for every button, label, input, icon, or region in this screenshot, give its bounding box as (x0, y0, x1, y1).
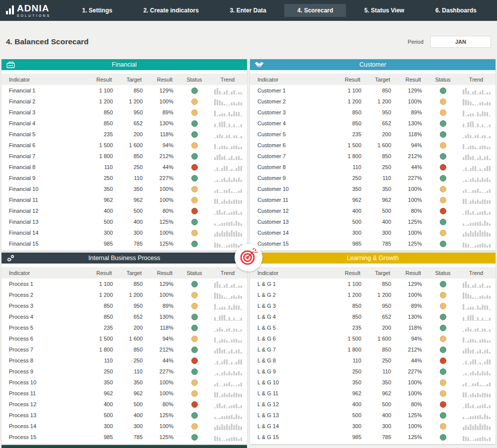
trend-sparkline (457, 357, 496, 364)
trend-sparkline (208, 164, 247, 171)
status-dot-green (440, 281, 446, 287)
result-value: 1 200 (89, 292, 120, 298)
result-percent: 89% (398, 303, 429, 309)
table-row: Process 1240050080% (1, 399, 247, 410)
trend-sparkline (208, 280, 247, 288)
status-cell (180, 434, 208, 441)
period-value-box[interactable]: JAN (430, 36, 491, 48)
result-percent: 100% (150, 186, 180, 192)
indicator-name: Financial 13 (1, 219, 89, 225)
status-cell (429, 325, 457, 331)
trend-sparkline (457, 207, 496, 215)
trend-sparkline (457, 302, 496, 310)
target-value: 950 (368, 303, 398, 309)
nav-tab-2[interactable]: 2. Create indicators (131, 4, 212, 17)
trend-sparkline (457, 324, 496, 332)
status-cell (180, 175, 208, 181)
status-cell (429, 98, 457, 105)
target-value: 962 (120, 390, 150, 396)
table-row: L & G 385095089% (250, 300, 496, 311)
table-row: Customer 9250110227% (250, 173, 496, 183)
status-cell (429, 120, 457, 127)
result-percent: 100% (398, 423, 429, 429)
indicator-name: L & G 4 (250, 314, 337, 320)
status-dot-yellow (440, 336, 446, 342)
table-row: Financial 1240050080% (1, 205, 247, 216)
table-row: Customer 4850652130% (250, 118, 496, 129)
status-cell (180, 120, 208, 127)
table-row: Customer 10350350100% (250, 183, 496, 194)
indicator-name: Process 9 (1, 368, 89, 374)
column-header: Status (180, 270, 208, 276)
nav-tab-1[interactable]: 1. Settings (69, 4, 125, 17)
target-value: 200 (368, 325, 398, 331)
target-value: 850 (120, 88, 150, 93)
result-value: 235 (89, 325, 120, 331)
table-row: Customer 13500400125% (250, 216, 496, 227)
logo-title: ADNIA (17, 3, 51, 13)
table-row: Process 13500400125% (1, 410, 247, 421)
column-header: Result (398, 270, 429, 276)
result-value: 1 200 (337, 98, 368, 104)
status-dot-green (191, 88, 198, 94)
indicator-name: L & G 5 (250, 325, 337, 331)
result-percent: 125% (150, 241, 180, 247)
result-value: 850 (89, 120, 120, 126)
result-percent: 125% (398, 219, 429, 225)
trend-sparkline (457, 185, 496, 193)
trend-sparkline (208, 229, 247, 237)
column-header: Result (398, 77, 429, 83)
status-dot-red (191, 358, 198, 364)
indicator-name: Process 15 (1, 434, 89, 440)
result-percent: 80% (398, 208, 429, 214)
status-dot-green (191, 219, 198, 225)
nav-tab-4[interactable]: 4. Scorecard (284, 4, 346, 17)
nav-tab-5[interactable]: 5. Status View (351, 4, 417, 17)
status-dot-yellow (440, 303, 446, 309)
nav-tab-6[interactable]: 6. Dashboards (422, 4, 490, 17)
column-header: Result (150, 77, 180, 83)
status-dot-green (440, 412, 446, 419)
target-value: 300 (120, 423, 150, 429)
target-value: 850 (368, 153, 398, 159)
table-row: L & G 13500400125% (250, 410, 496, 421)
table-row: Financial 15985785125% (1, 238, 247, 249)
status-cell (429, 303, 457, 309)
column-header: Target (368, 77, 398, 83)
status-cell (429, 281, 457, 287)
gears-icon (5, 253, 15, 263)
indicator-name: Financial 5 (1, 131, 89, 137)
target-value: 652 (368, 120, 398, 126)
status-dot-yellow (191, 98, 198, 105)
indicator-name: Financial 3 (1, 109, 89, 115)
trend-sparkline (457, 218, 496, 226)
trend-sparkline (208, 98, 247, 105)
indicator-name: L & G 3 (250, 303, 337, 309)
result-percent: 125% (398, 434, 429, 440)
status-cell (180, 281, 208, 287)
nav-tab-3[interactable]: 3. Enter Data (217, 4, 279, 17)
column-header: Indicator (250, 270, 337, 276)
target-value: 850 (120, 153, 150, 159)
result-percent: 130% (150, 314, 180, 320)
logo-subtitle: SOLUTIONS (17, 14, 51, 18)
indicator-name: Process 1 (1, 281, 89, 287)
target-value: 300 (368, 230, 398, 236)
trend-sparkline (208, 423, 247, 430)
indicator-name: Customer 3 (250, 109, 337, 115)
table-row: Customer 21 2001 200100% (250, 96, 496, 107)
trend-sparkline (457, 175, 496, 182)
status-dot-red (440, 401, 446, 408)
trend-sparkline (457, 229, 496, 237)
status-dot-green (191, 153, 198, 160)
column-header-row: IndicatorResultTargetResultStatusTrend (1, 267, 247, 278)
indicator-name: Financial 8 (1, 164, 89, 170)
result-value: 500 (89, 219, 120, 225)
trend-sparkline (208, 120, 247, 127)
result-value: 962 (89, 390, 120, 396)
target-value: 785 (368, 241, 398, 247)
target-value: 300 (120, 230, 150, 236)
indicator-name: Customer 7 (250, 153, 337, 159)
result-value: 400 (89, 401, 120, 407)
status-dot-yellow (440, 186, 446, 192)
